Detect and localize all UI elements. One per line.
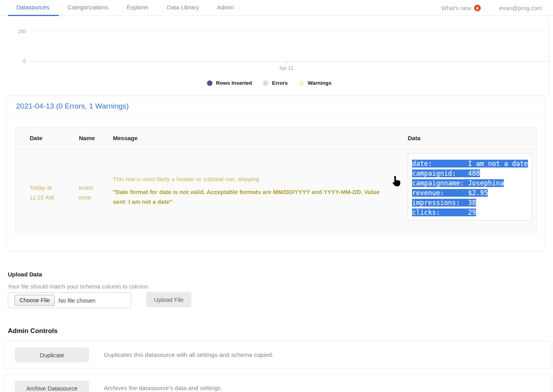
legend-item-errors[interactable]: Errors: [263, 80, 288, 86]
tab-data-library[interactable]: Data Library: [167, 0, 199, 16]
errors-dot-icon: [263, 80, 268, 86]
user-email[interactable]: evan@pmg.com: [499, 5, 542, 11]
cell-date: Today at 11:22 AM: [30, 183, 54, 202]
column-header-message: Message: [113, 135, 137, 141]
y-axis-tick-0: 0: [0, 59, 26, 64]
warning-message-detail: "Date format for date is not valid. Acce…: [113, 187, 386, 207]
archive-description: Archives the datasource's data and setti…: [104, 385, 223, 392]
date-line: 11:22 AM: [30, 192, 54, 202]
admin-control-duplicate-row: Duplicate Duplicates this datasource wit…: [3, 341, 552, 369]
table-row: Today at 11:22 AM insert error This row …: [16, 149, 537, 234]
name-line: insert: [79, 183, 93, 192]
legend-label: Rows Inserted: [216, 80, 252, 86]
legend-item-rows-inserted[interactable]: Rows Inserted: [207, 80, 252, 86]
choose-file-button[interactable]: Choose File: [14, 295, 55, 306]
log-table-header: Date Name Message Data: [16, 128, 537, 149]
top-nav: Datasources Categorizations Explorer Dat…: [0, 0, 553, 16]
data-line: impressions: 38: [412, 199, 476, 207]
legend-item-warnings[interactable]: Warnings: [299, 80, 332, 86]
log-panel-title[interactable]: 2021-04-13 (0 Errors, 1 Warnings): [7, 96, 545, 117]
archive-datasource-button[interactable]: Archive Datasource: [15, 381, 89, 392]
cell-data-block[interactable]: date: I am not a date campaignid: 488 ca…: [408, 153, 532, 221]
tab-datasources[interactable]: Datasources: [16, 0, 49, 16]
x-axis-tick-mark: [286, 62, 287, 64]
x-axis-tick-label: Apr 13: [271, 66, 302, 71]
column-header-data: Data: [408, 135, 421, 141]
data-line: clicks: 29: [412, 208, 476, 216]
tab-admin[interactable]: Admin: [217, 0, 234, 16]
warnings-dot-icon: [299, 80, 304, 86]
data-line: date: I am not a date: [412, 160, 528, 167]
name-line: error: [79, 192, 93, 202]
warning-message-summary: This row is most likely a header or subt…: [113, 176, 386, 182]
data-line: revenue: $2.95: [412, 189, 488, 197]
row-data-selected-text[interactable]: date: I am not a date campaignid: 488 ca…: [408, 154, 532, 217]
nav-tabs: Datasources Categorizations Explorer Dat…: [0, 0, 234, 16]
ingestion-chart: 250 0 Apr 13 Rows Inserted Errors Warnin…: [0, 16, 553, 94]
column-header-date: Date: [30, 135, 43, 141]
upload-data-title: Upload Data: [8, 271, 42, 278]
date-line: Today at: [30, 183, 54, 192]
legend-label: Errors: [272, 80, 288, 86]
whats-new-link[interactable]: What's new 4: [441, 5, 480, 11]
tab-explorer[interactable]: Explorer: [127, 0, 148, 16]
tab-categorizations[interactable]: Categorizations: [68, 0, 108, 16]
column-header-name: Name: [79, 135, 95, 141]
gridline-250: [30, 32, 550, 32]
file-chosen-status: No file chosen: [58, 297, 95, 304]
legend-label: Warnings: [308, 80, 332, 86]
upload-file-button[interactable]: Upload File: [146, 292, 191, 307]
x-axis-line: [30, 61, 550, 62]
admin-controls-title: Admin Controls: [8, 327, 58, 335]
chart-legend: Rows Inserted Errors Warnings: [207, 80, 332, 86]
y-axis-tick-250: 250: [0, 29, 26, 34]
data-line: campaignname: Josephina: [412, 179, 504, 187]
log-table: Date Name Message Data Today at 11:22 AM…: [15, 127, 537, 235]
whats-new-label: What's new: [441, 5, 471, 11]
duplicate-button[interactable]: Duplicate: [15, 347, 89, 362]
duplicate-description: Duplicates this datasource with all sett…: [104, 351, 273, 358]
file-input[interactable]: Choose File No file chosen: [8, 292, 131, 308]
upload-data-subtitle: Your file should match your schema colum…: [8, 283, 150, 290]
notification-badge: 4: [474, 5, 481, 11]
scrollbar-track[interactable]: [549, 18, 549, 96]
data-line: campaignid: 488: [412, 169, 480, 177]
cell-message: This row is most likely a header or subt…: [113, 176, 386, 207]
admin-control-archive-row: Archive Datasource Archives the datasour…: [3, 374, 552, 392]
rows-inserted-dot-icon: [207, 80, 212, 86]
nav-right: What's new 4 evan@pmg.com: [441, 0, 542, 16]
cell-name: insert error: [79, 183, 93, 202]
daily-log-panel: 2021-04-13 (0 Errors, 1 Warnings) Date N…: [6, 96, 545, 251]
